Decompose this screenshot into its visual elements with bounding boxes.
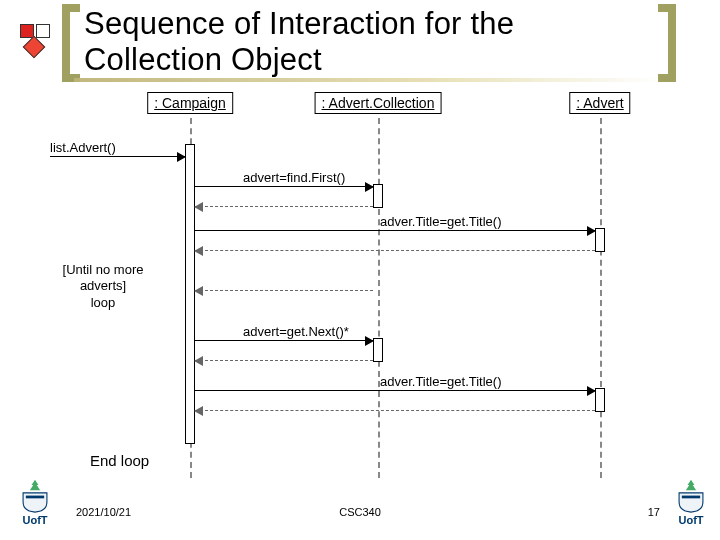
uoft-logo-left: UofT: [12, 479, 58, 526]
object-advert-collection: : Advert.Collection: [315, 92, 442, 114]
footer-course: CSC340: [339, 506, 381, 518]
msg-get-title-1: [195, 230, 595, 231]
msg-get-next: [195, 340, 373, 341]
activation-collection-1: [373, 184, 383, 208]
sequence-diagram: : Campaign : Advert.Collection : Advert …: [60, 94, 680, 478]
lifeline-advert: [600, 108, 602, 478]
object-advert: : Advert: [569, 92, 630, 114]
activation-collection-2: [373, 338, 383, 362]
loop-guard: [Until no more adverts] loop: [42, 262, 164, 311]
label-get-title-1: adver.Title=get.Title(): [380, 214, 502, 229]
slide-footer: UofT UofT 2021/10/21 CSC340 17: [0, 486, 720, 526]
lifeline-advert-collection: [378, 108, 380, 478]
bracket-right-icon: [658, 4, 676, 82]
label-list-advert: list.Advert(): [50, 140, 116, 155]
label-find-first: advert=find.First(): [243, 170, 345, 185]
footer-date: 2021/10/21: [76, 506, 131, 518]
slide-bullet-icon: [20, 24, 54, 58]
object-campaign: : Campaign: [147, 92, 233, 114]
uoft-label-right: UofT: [668, 514, 714, 526]
return-mid: [195, 290, 373, 291]
footer-page: 17: [648, 506, 660, 518]
uoft-logo-right: UofT: [668, 479, 714, 526]
uoft-label-left: UofT: [12, 514, 58, 526]
return-get-title-2: [195, 410, 595, 411]
return-get-title-1: [195, 250, 595, 251]
return-get-next: [195, 360, 373, 361]
title-underline: [74, 78, 664, 82]
msg-find-first: [195, 186, 373, 187]
msg-list-advert: [50, 156, 185, 157]
label-get-next: advert=get.Next()*: [243, 324, 349, 339]
bracket-left-icon: [62, 4, 80, 82]
slide-header: Sequence of Interaction for the Collecti…: [74, 4, 664, 82]
svg-rect-0: [26, 496, 44, 499]
activation-advert-2: [595, 388, 605, 412]
return-find-first: [195, 206, 373, 207]
label-get-title-2: adver.Title=get.Title(): [380, 374, 502, 389]
end-loop: End loop: [90, 452, 149, 469]
msg-get-title-2: [195, 390, 595, 391]
svg-rect-1: [682, 496, 700, 499]
slide-title: Sequence of Interaction for the Collecti…: [74, 4, 664, 77]
activation-advert-1: [595, 228, 605, 252]
